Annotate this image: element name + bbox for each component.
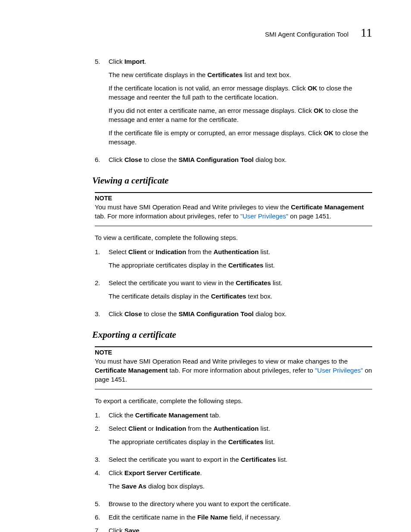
step-text: Select the certificate you want to expor… [109,455,372,464]
step-sub-paragraph: The new certificate displays in the Cert… [109,70,372,79]
note-label: NOTE [95,195,372,202]
bold-text: Certificate Management [135,411,208,419]
list-item: 6.Edit the certificate name in the File … [95,513,372,522]
bold-text: Certificates [211,292,246,300]
step-body: Click the Certificate Management tab. [109,411,372,420]
step-number: 5. [95,499,103,508]
step-number: 5. [95,57,103,151]
step-body: Select the certificate you want to expor… [109,455,372,464]
step-sub-paragraph: If the certificate file is empty or corr… [109,128,372,146]
step-number: 6. [95,155,103,164]
list-item: 4.Click Export Server Certificate.The Sa… [95,468,372,495]
top-steps: 5.Click Import.The new certificate displ… [95,57,372,164]
bold-text: Close [125,156,142,163]
step-number: 7. [95,526,103,532]
viewing-intro: To view a certificate, complete the foll… [95,233,372,242]
step-text: Select Client or Indication from the Aut… [109,424,372,433]
list-item: 5.Browse to the directory where you want… [95,499,372,508]
step-body: Select Client or Indication from the Aut… [109,247,372,274]
step-number: 3. [95,309,103,318]
bold-text: OK [324,129,333,137]
note-label: NOTE [95,349,372,356]
bold-text: Client [128,425,146,432]
step-sub-paragraph: The Save As dialog box displays. [109,482,372,491]
bold-text: Authentication [213,425,258,432]
step-number: 2. [95,278,103,305]
viewing-steps: 1.Select Client or Indication from the A… [95,247,372,318]
step-sub-paragraph: If the certificate location is not valid… [109,84,372,102]
list-item: 3.Select the certificate you want to exp… [95,455,372,464]
step-number: 1. [95,411,103,420]
exporting-steps: 1.Click the Certificate Management tab.2… [95,411,372,532]
step-body: Click Close to close the SMIA Configurat… [109,155,372,164]
step-body: Click Export Server Certificate.The Save… [109,468,372,495]
step-number: 3. [95,455,103,464]
bold-text: Import [125,58,145,65]
step-text: Click the Certificate Management tab. [109,411,372,420]
list-item: 1.Select Client or Indication from the A… [95,247,372,274]
bold-text: OK [314,107,324,114]
list-item: 5.Click Import.The new certificate displ… [95,57,372,151]
bold-text: Certificates [241,456,276,463]
bold-text: Export Server Certificate [125,469,200,476]
note-body-viewing: You must have SMI Operation Read and Wri… [95,202,372,221]
bold-text: Certificates [236,279,271,286]
list-item: 1.Click the Certificate Management tab. [95,411,372,420]
step-text: Browse to the directory where you want t… [109,499,372,508]
bold-text: Save As [121,482,146,490]
page-header: SMI Agent Configuration Tool 11 [39,26,372,40]
bold-text: SMIA Configuration Tool [179,156,254,163]
bold-text: Indication [156,248,186,255]
note-body-exporting: You must have SMI Operation Read and Wri… [95,357,372,384]
list-item: 6.Click Close to close the SMIA Configur… [95,155,372,164]
header-chapter-number: 11 [361,26,372,40]
step-body: Browse to the directory where you want t… [109,499,372,508]
step-sub-paragraph: The certificate details display in the C… [109,292,372,301]
bold-text: OK [308,84,318,92]
step-text: Select Client or Indication from the Aut… [109,247,372,256]
step-body: Select Client or Indication from the Aut… [109,424,372,451]
step-text: Select the certificate you want to view … [109,278,372,287]
header-title: SMI Agent Configuration Tool [265,31,349,38]
section-heading-exporting: Exporting a certificate [92,330,372,340]
step-text: Edit the certificate name in the File Na… [109,513,372,522]
bold-text: Certificates [207,71,243,78]
step-number: 1. [95,247,103,274]
cross-reference-link[interactable]: "User Privileges" [240,212,289,220]
step-body: Select the certificate you want to view … [109,278,372,305]
list-item: 3.Click Close to close the SMIA Configur… [95,309,372,318]
step-text: Click Close to close the SMIA Configurat… [109,155,372,164]
bold-text: Save [125,527,140,532]
bold-text: SMIA Configuration Tool [179,310,254,317]
step-number: 4. [95,468,103,495]
bold-text: Certificate Management [95,367,168,374]
step-text: Click Export Server Certificate. [109,468,372,477]
section-heading-viewing: Viewing a certificate [92,175,372,186]
step-body: Click Save. [109,526,372,532]
page: SMI Agent Configuration Tool 11 5.Click … [0,0,411,532]
step-body: Click Import.The new certificate display… [109,57,372,151]
step-sub-paragraph: If you did not enter a certificate name,… [109,106,372,124]
list-item: 2.Select Client or Indication from the A… [95,424,372,451]
step-text: Click Close to close the SMIA Configurat… [109,309,372,318]
step-body: Click Close to close the SMIA Configurat… [109,309,372,318]
note-block-viewing: NOTE You must have SMI Operation Read an… [95,192,372,226]
bold-text: Certificate Management [291,203,364,211]
bold-text: Certificates [228,438,264,445]
cross-reference-link[interactable]: "User Privileges" [315,367,363,374]
list-item: 7.Click Save. [95,526,372,532]
step-text: Click Save. [109,526,372,532]
note-block-exporting: NOTE You must have SMI Operation Read an… [95,346,372,389]
step-text: Click Import. [109,57,372,66]
bold-text: Client [128,248,146,255]
step-sub-paragraph: The appropriate certificates display in … [109,437,372,446]
step-number: 6. [95,513,103,522]
step-number: 2. [95,424,103,451]
bold-text: Certificates [228,261,264,269]
content-area: 5.Click Import.The new certificate displ… [95,57,372,532]
step-sub-paragraph: The appropriate certificates display in … [109,261,372,270]
list-item: 2.Select the certificate you want to vie… [95,278,372,305]
bold-text: Close [125,310,142,317]
bold-text: Authentication [213,248,258,255]
bold-text: Indication [156,425,186,432]
